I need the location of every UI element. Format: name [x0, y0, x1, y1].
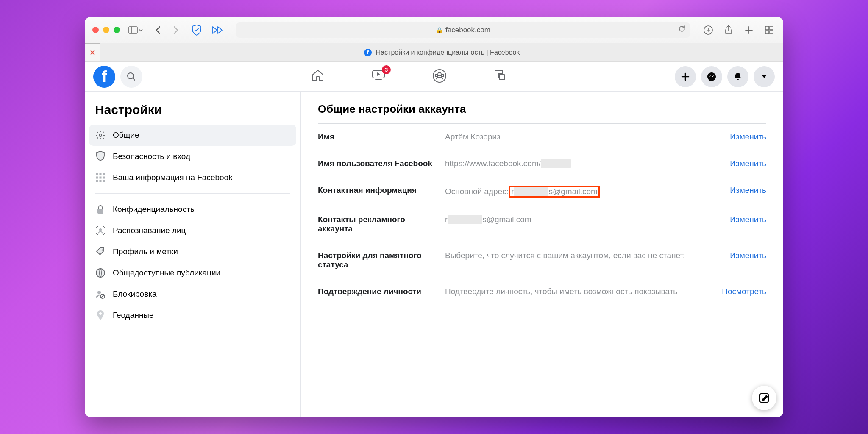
- gaming-icon: [493, 69, 506, 81]
- svg-rect-22: [100, 180, 102, 182]
- nav-watch[interactable]: 3: [371, 69, 386, 85]
- sidebar-item-face-recognition[interactable]: Распознавание лиц: [89, 220, 296, 241]
- traffic-lights: [92, 27, 120, 33]
- nav-home[interactable]: [311, 69, 325, 85]
- downloads-button[interactable]: [702, 24, 715, 36]
- svg-rect-20: [103, 177, 105, 179]
- tabs-overview-button[interactable]: [763, 24, 776, 36]
- fb-logo[interactable]: f: [93, 66, 115, 88]
- sidebar-toggle-button[interactable]: [128, 26, 143, 34]
- svg-rect-6: [770, 31, 773, 34]
- groups-icon: [432, 69, 447, 83]
- sidebar-item-label: Общедоступные публикации: [113, 268, 220, 278]
- share-button[interactable]: [722, 24, 735, 36]
- address-bar[interactable]: 🔒 facebook.com: [236, 22, 690, 38]
- sidebar-item-security[interactable]: Безопасность и вход: [89, 146, 296, 167]
- sidebar-item-blocking[interactable]: Блокировка: [89, 284, 296, 305]
- sidebar-item-label: Общие: [113, 131, 139, 140]
- row-label: Имя пользователя Facebook: [318, 159, 437, 168]
- maximize-window-button[interactable]: [114, 27, 120, 33]
- sidebar-item-label: Ваша информация на Facebook: [113, 173, 233, 182]
- svg-point-25: [99, 228, 102, 231]
- home-icon: [311, 69, 325, 82]
- row-label: Подтверждение личности: [318, 287, 437, 296]
- svg-line-30: [101, 295, 104, 298]
- view-link[interactable]: Посмотреть: [722, 287, 766, 296]
- row-memorial: Настройки для памятного статуса Выберите…: [318, 242, 766, 278]
- main-panel: Общие настройки аккаунта Имя Артём Козор…: [301, 92, 783, 417]
- edit-link[interactable]: Изменить: [730, 159, 766, 168]
- browser-toolbar: 🔒 facebook.com: [85, 17, 783, 43]
- row-label: Контакты рекламного аккаунта: [318, 215, 437, 234]
- sidebar-item-general[interactable]: Общие: [89, 125, 296, 146]
- svg-rect-18: [96, 177, 98, 179]
- close-window-button[interactable]: [92, 27, 99, 33]
- minimize-window-button[interactable]: [103, 27, 109, 33]
- reload-button[interactable]: [678, 25, 686, 35]
- row-label: Настройки для памятного статуса: [318, 251, 437, 270]
- pinned-tab[interactable]: [85, 43, 100, 61]
- edit-link[interactable]: Изменить: [730, 132, 766, 142]
- svg-point-14: [99, 134, 102, 136]
- sidebar-item-privacy[interactable]: Конфиденциальность: [89, 199, 296, 220]
- plus-icon: [681, 72, 690, 81]
- nav-groups[interactable]: [432, 69, 447, 85]
- compose-icon: [759, 392, 770, 403]
- row-value: https://www.facebook.com/: [445, 159, 721, 168]
- row-value: Выберите, что случится с вашим аккаунтом…: [445, 251, 721, 260]
- svg-rect-17: [103, 173, 105, 175]
- sidebar-item-label: Безопасность и вход: [113, 152, 190, 161]
- row-label: Контактная информация: [318, 186, 437, 195]
- row-label: Имя: [318, 132, 437, 142]
- shield-icon[interactable]: [190, 24, 203, 36]
- row-ad-contact: Контакты рекламного аккаунта r s@gmail.c…: [318, 206, 766, 242]
- sidebar-item-label: Геоданные: [113, 311, 154, 320]
- messenger-icon: [707, 72, 717, 82]
- svg-rect-15: [96, 173, 98, 175]
- page-title: Общие настройки аккаунта: [318, 103, 766, 116]
- edit-link[interactable]: Изменить: [730, 251, 766, 260]
- fb-search-button[interactable]: [120, 66, 142, 88]
- sidebar-item-public-posts[interactable]: Общедоступные публикации: [89, 262, 296, 284]
- nav-gaming[interactable]: [493, 69, 506, 85]
- bell-icon: [733, 72, 743, 82]
- row-value: Подтвердите личность, чтобы иметь возмож…: [445, 287, 713, 296]
- sidebar-item-your-info[interactable]: Ваша информация на Facebook: [89, 167, 296, 188]
- sidebar-item-location[interactable]: Геоданные: [89, 305, 296, 326]
- svg-rect-16: [100, 173, 102, 175]
- forward-button[interactable]: [169, 24, 182, 36]
- messenger-button[interactable]: [701, 66, 722, 87]
- sidebar-item-label: Распознавание лиц: [113, 226, 186, 235]
- create-button[interactable]: [675, 66, 696, 87]
- face-icon: [95, 225, 106, 236]
- tab-facebook-settings[interactable]: f Настройки и конфиденциальность | Faceb…: [100, 43, 783, 61]
- account-menu-button[interactable]: [754, 66, 775, 87]
- edit-link[interactable]: Изменить: [730, 186, 766, 195]
- grid-icon: [95, 172, 106, 183]
- sidebar-item-label: Конфиденциальность: [113, 205, 195, 214]
- fast-forward-icon[interactable]: [211, 24, 224, 36]
- svg-rect-5: [765, 31, 769, 34]
- row-value: r s@gmail.com: [445, 215, 721, 224]
- caret-down-icon: [761, 74, 768, 79]
- location-icon: [95, 310, 106, 321]
- new-tab-button[interactable]: [743, 24, 755, 36]
- row-name: Имя Артём Козориз Изменить: [318, 123, 766, 150]
- sidebar-item-profile-tagging[interactable]: Профиль и метки: [89, 241, 296, 262]
- svg-point-26: [102, 250, 103, 251]
- row-username: Имя пользователя Facebook https://www.fa…: [318, 150, 766, 177]
- sidebar-title: Настройки: [95, 103, 296, 117]
- facebook-favicon: f: [364, 49, 372, 56]
- svg-point-31: [99, 312, 102, 315]
- svg-point-13: [441, 74, 444, 77]
- globe-icon: [95, 267, 106, 278]
- chevron-down-icon: [139, 28, 143, 32]
- compose-fab[interactable]: [752, 386, 776, 410]
- sidebar-divider: [95, 193, 290, 194]
- back-button[interactable]: [152, 24, 165, 36]
- svg-rect-19: [100, 177, 102, 179]
- edit-link[interactable]: Изменить: [730, 215, 766, 224]
- shield-icon: [95, 151, 106, 162]
- notifications-button[interactable]: [727, 66, 748, 87]
- row-value: Основной адрес: r s@gmail.com: [445, 186, 721, 198]
